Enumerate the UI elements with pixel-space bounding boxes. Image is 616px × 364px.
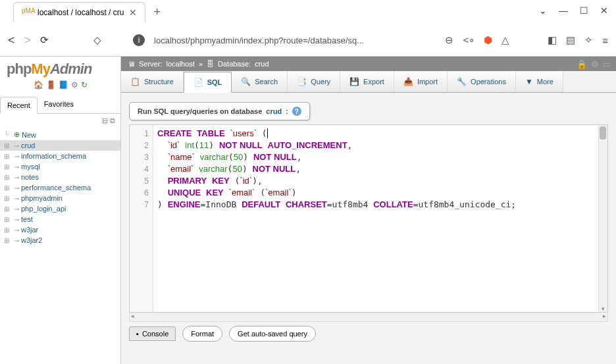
breadcrumb: 🖥 Server: localhost » 🗄 Database: crud 🔒… <box>121 57 616 71</box>
tab-query[interactable]: 📑Query <box>288 71 340 92</box>
console-button[interactable]: ▪ Console <box>129 326 176 341</box>
home-icon[interactable]: 🏠 <box>34 80 43 90</box>
tab-import[interactable]: 📥Import <box>394 71 448 92</box>
expand-icon[interactable]: ⊞ <box>4 195 12 202</box>
reader-icon[interactable]: ▤ <box>566 34 575 46</box>
recent-tab[interactable]: Recent <box>0 97 38 114</box>
horizontal-scrollbar[interactable]: ◂ ▸ <box>129 313 608 322</box>
tree-item-crud[interactable]: ⊞⊸ crud <box>0 140 120 151</box>
reload-icon[interactable]: ↻ <box>81 80 88 90</box>
tabs-bar: 📋Structure📄SQL🔍Search📑Query💾Export📥Impor… <box>121 71 616 93</box>
tab-export[interactable]: 💾Export <box>340 71 394 92</box>
logout-icon[interactable]: 🚪 <box>46 80 56 90</box>
minimize-button[interactable]: — <box>559 5 568 16</box>
forward-button[interactable]: > <box>24 34 32 47</box>
expand-icon[interactable]: ⊞ <box>4 216 12 223</box>
sidebar-toggle-icon[interactable]: ◧ <box>548 34 557 46</box>
tab-more[interactable]: ▼More <box>516 71 563 92</box>
link-icon: ⊸ <box>14 142 19 149</box>
tree-item-notes[interactable]: ⊞⊸ notes <box>0 172 120 182</box>
tree-item-phpmyadmin[interactable]: ⊞⊸ phpmyadmin <box>0 193 120 203</box>
tab-search[interactable]: 🔍Search <box>232 71 288 92</box>
bookmark-icon[interactable]: ◇ <box>93 34 101 46</box>
brave-shields-icon[interactable]: ⬢ <box>484 34 492 46</box>
scroll-down-icon[interactable]: ▾ <box>599 305 607 312</box>
sql-editor[interactable]: 1234567 CREATE TABLE `users` ( `id` int(… <box>129 124 608 313</box>
expand-icon[interactable]: ⊞ <box>4 174 12 181</box>
expand-icon[interactable]: ⊞ <box>4 237 12 244</box>
line-number: 5 <box>130 175 153 187</box>
link-icon: ⊸ <box>14 174 19 181</box>
window-close-button[interactable]: ✕ <box>600 5 608 16</box>
more-icon: ▼ <box>525 77 533 86</box>
tab-structure[interactable]: 📋Structure <box>121 71 184 92</box>
link-icon[interactable]: ⧉ <box>110 117 115 124</box>
tree-item-mysql[interactable]: ⊞⊸ mysql <box>0 161 120 172</box>
new-icon: ⊕ <box>14 130 20 139</box>
breadcrumb-server[interactable]: localhost <box>166 60 194 68</box>
expand-icon[interactable]: ⊞ <box>4 226 12 234</box>
refresh-button[interactable]: ⟳ <box>40 34 49 46</box>
tree-item-w3jar[interactable]: ⊞⊸ w3jar <box>0 224 120 235</box>
expand-icon[interactable]: ⊞ <box>4 184 12 192</box>
expand-icon[interactable]: ⊞ <box>4 142 12 149</box>
search-icon: 🔍 <box>241 77 251 86</box>
tab-sql[interactable]: 📄SQL <box>184 72 232 93</box>
menu-icon[interactable]: ≡ <box>602 35 608 46</box>
browser-tab[interactable]: pMA localhost / localhost / cru ✕ <box>13 2 145 22</box>
favorites-tab[interactable]: Favorites <box>38 96 80 113</box>
url-text[interactable]: localhost/phpmyadmin/index.php?route=/da… <box>154 36 436 45</box>
collapse-icon[interactable]: ⊟ <box>102 117 108 124</box>
phpmyadmin-logo[interactable]: phpMyAdmin <box>7 61 114 78</box>
import-icon: 📥 <box>403 77 413 86</box>
query-label: Run SQL query/queries on database crud :… <box>129 102 310 120</box>
vertical-scrollbar[interactable]: ▴ ▾ <box>598 125 607 312</box>
expand-icon[interactable]: ⊞ <box>4 163 12 170</box>
tree-item-New[interactable]: └⊕ New <box>0 129 120 140</box>
back-button[interactable]: < <box>8 34 15 47</box>
scroll-right-icon[interactable]: ▸ <box>603 313 606 319</box>
link-icon: ⊸ <box>14 184 19 192</box>
operations-icon: 🔧 <box>457 77 467 86</box>
tree-item-test[interactable]: ⊞⊸ test <box>0 214 120 224</box>
link-icon: ⊸ <box>14 153 19 160</box>
new-tab-button[interactable]: + <box>153 5 161 19</box>
get-autosaved-button[interactable]: Get auto-saved query <box>229 326 316 342</box>
settings-icon[interactable]: ⚙ <box>71 80 78 90</box>
help-icon[interactable]: ? <box>292 107 301 116</box>
expand-icon[interactable]: ⊞ <box>4 153 12 160</box>
page-help-icon[interactable]: ▭ <box>603 59 611 69</box>
tree-item-information_schema[interactable]: ⊞⊸ information_schema <box>0 151 120 161</box>
export-icon: 💾 <box>349 77 359 86</box>
zoom-icon[interactable]: ⊖ <box>445 34 453 46</box>
maximize-button[interactable]: ☐ <box>580 5 588 16</box>
server-icon: 🖥 <box>128 60 135 68</box>
line-number: 4 <box>130 163 153 175</box>
link-icon: ⊸ <box>14 216 19 223</box>
line-number: 3 <box>130 151 153 163</box>
docs-icon[interactable]: 📘 <box>59 80 68 90</box>
console-icon: ▪ <box>136 330 139 338</box>
scroll-thumb[interactable] <box>600 126 606 140</box>
gear-icon[interactable]: ⚙ <box>591 59 599 69</box>
expand-icon[interactable]: ⊞ <box>4 205 12 213</box>
site-info-icon[interactable]: i <box>133 34 145 46</box>
code-content[interactable]: CREATE TABLE `users` ( `id` int(11) NOT … <box>153 125 607 312</box>
scroll-left-icon[interactable]: ◂ <box>131 313 134 319</box>
format-button[interactable]: Format <box>182 326 222 342</box>
line-number: 1 <box>130 128 153 140</box>
link-icon: ⊸ <box>14 163 19 170</box>
tree-item-php_login_api[interactable]: ⊞⊸ php_login_api <box>0 203 120 214</box>
share-icon[interactable]: <∘ <box>463 34 475 46</box>
breadcrumb-database[interactable]: crud <box>255 60 269 68</box>
close-icon[interactable]: ✕ <box>129 7 137 18</box>
lock-icon[interactable]: 🔒 <box>577 59 587 69</box>
extensions-icon[interactable]: ✧ <box>584 34 593 46</box>
chevron-down-icon[interactable]: ⌄ <box>539 5 547 16</box>
link-icon: ⊸ <box>14 237 19 244</box>
tree-item-w3jar2[interactable]: ⊞⊸ w3jar2 <box>0 235 120 246</box>
tab-operations[interactable]: 🔧Operations <box>448 71 516 92</box>
tree-item-performance_schema[interactable]: ⊞⊸ performance_schema <box>0 182 120 193</box>
link-icon: ⊸ <box>14 195 19 202</box>
brave-wallet-icon[interactable]: △ <box>501 34 509 46</box>
